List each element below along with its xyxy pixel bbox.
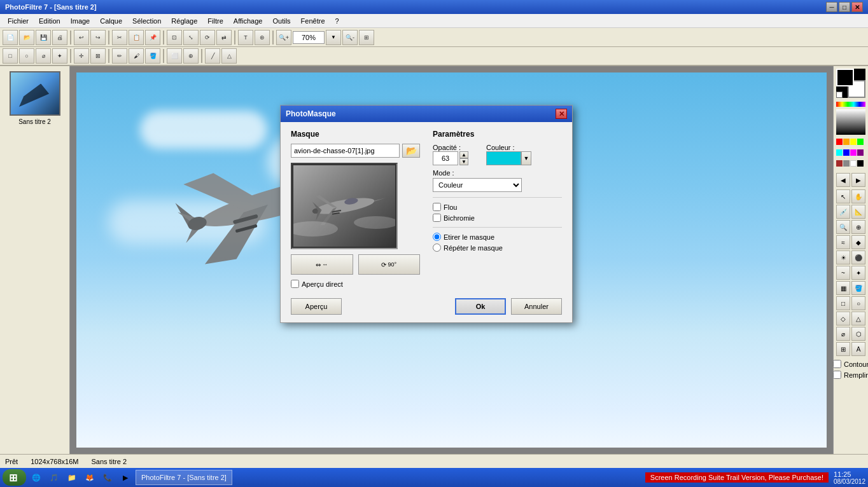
menu-fenetre[interactable]: Fenêtre (296, 16, 330, 26)
bichromie-checkbox-label[interactable]: Bichromie (433, 214, 562, 222)
opacity-up[interactable]: ▲ (459, 151, 468, 158)
triangle-tool[interactable]: △ (851, 312, 865, 326)
open-button[interactable]: 📂 (19, 30, 34, 45)
eyedropper-tool[interactable]: 💉 (836, 205, 850, 219)
zoom-out-button[interactable]: 🔍- (342, 30, 358, 45)
menu-fichier[interactable]: Fichier (3, 16, 34, 26)
close-button[interactable]: ✕ (851, 2, 863, 12)
rect-tool[interactable]: □ (836, 296, 850, 310)
mode-select[interactable]: Couleur Niveaux de gris Luminosité (433, 178, 522, 192)
skype-icon[interactable]: 📞 (100, 470, 115, 485)
copy-button[interactable]: 📋 (129, 30, 144, 45)
rotate-button[interactable]: ⟳ (200, 30, 215, 45)
undo-button[interactable]: ↩ (74, 30, 89, 45)
flip-btn[interactable]: ⇔ ↔ (291, 254, 353, 275)
reset-colors[interactable] (836, 92, 843, 98)
paint-tool[interactable]: 🪣 (851, 281, 865, 295)
transform-button[interactable]: ⊠ (90, 48, 106, 64)
burn-tool[interactable]: ⚫ (851, 250, 865, 264)
contour-checkbox[interactable] (833, 360, 841, 368)
bichromie-checkbox[interactable] (433, 214, 441, 222)
ellipse-tool[interactable]: ○ (851, 296, 865, 310)
folder-icon[interactable]: 📁 (64, 470, 80, 485)
lasso-tool[interactable]: ⌀ (836, 327, 850, 341)
color-palette-strip[interactable] (836, 102, 865, 107)
menu-affichage[interactable]: Affichage (228, 16, 268, 26)
menu-outils[interactable]: Outils (267, 16, 295, 26)
fit-button[interactable]: ⊞ (359, 30, 374, 45)
cancel-button[interactable]: Annuler (511, 298, 562, 315)
repeter-radio-label[interactable]: Répéter le masque (433, 244, 562, 252)
menu-filtre[interactable]: Filtre (202, 16, 228, 26)
apercu-direct-checkbox[interactable] (291, 280, 299, 288)
save-button[interactable]: 💾 (36, 30, 51, 45)
flou-checkbox[interactable] (433, 203, 441, 211)
redo-button[interactable]: ↪ (90, 30, 106, 45)
browse-button[interactable]: 📂 (402, 144, 420, 158)
hand-tool[interactable]: ✋ (851, 189, 865, 203)
color-arrow-btn[interactable]: ▼ (521, 151, 531, 165)
heal-tool[interactable]: ✦ (851, 266, 865, 280)
text-button[interactable]: T (238, 30, 253, 45)
ok-button[interactable]: Ok (455, 298, 506, 315)
flip-button[interactable]: ⇄ (216, 30, 232, 45)
sharpen-tool[interactable]: ◆ (851, 235, 865, 249)
pencil-button[interactable]: ✏ (112, 48, 127, 64)
filter-button[interactable]: ⊛ (255, 30, 270, 45)
measure-tool[interactable]: 📐 (851, 205, 865, 219)
dialog-close-button[interactable]: ✕ (556, 109, 567, 119)
file-input[interactable] (291, 144, 400, 158)
color-right-btn[interactable]: ▶ (851, 173, 865, 187)
brush-button[interactable]: 🖌 (129, 48, 144, 64)
menu-edition[interactable]: Edition (34, 16, 66, 26)
eraser-button[interactable]: ⬜ (167, 48, 182, 64)
zoom-tool[interactable]: 🔍 (836, 220, 850, 234)
color-swatches[interactable] (836, 139, 865, 170)
shape-button[interactable]: △ (221, 48, 237, 64)
repeter-radio[interactable] (433, 244, 441, 252)
gradient-tool[interactable]: ▦ (836, 281, 850, 295)
opacity-input[interactable] (433, 151, 458, 165)
menu-help[interactable]: ? (330, 16, 344, 26)
ie-icon[interactable]: 🌐 (29, 470, 44, 485)
minimize-button[interactable]: ─ (826, 2, 837, 12)
color-picker-btn[interactable] (486, 151, 521, 165)
remplir-checkbox[interactable] (833, 371, 841, 379)
media-icon[interactable]: 🎵 (46, 470, 62, 485)
sel-ellipse-button[interactable]: ○ (19, 48, 34, 64)
zoom-dropdown[interactable]: ▼ (326, 30, 341, 45)
table-tool[interactable]: ⊞ (836, 342, 850, 356)
text-tool[interactable]: A (851, 342, 865, 356)
menu-reglage[interactable]: Réglage (166, 16, 202, 26)
color-palette-bw[interactable] (836, 109, 865, 135)
fill-button[interactable]: 🪣 (145, 48, 160, 64)
smudge-tool[interactable]: ~ (836, 266, 850, 280)
diamond-tool[interactable]: ◇ (836, 312, 850, 326)
poly-tool[interactable]: ⬡ (851, 327, 865, 341)
flou-checkbox-label[interactable]: Flou (433, 203, 562, 211)
etirer-radio-label[interactable]: Etirer le masque (433, 233, 562, 241)
stamp-button[interactable]: ⊕ (183, 48, 199, 64)
crop-button[interactable]: ⊡ (167, 30, 182, 45)
foreground-color[interactable] (836, 69, 854, 86)
remplir-checkbox-label[interactable]: Remplir (833, 371, 868, 379)
cut-button[interactable]: ✂ (112, 30, 127, 45)
media2-icon[interactable]: ▶ (118, 470, 133, 485)
color-left-btn[interactable]: ◀ (836, 173, 850, 187)
move-button[interactable]: ✛ (74, 48, 89, 64)
new-button[interactable]: 📄 (3, 30, 18, 45)
apercu-button[interactable]: Aperçu (291, 298, 342, 315)
zoom-input[interactable] (293, 31, 325, 44)
start-button[interactable]: ⊞ (3, 469, 26, 486)
resize-button[interactable]: ⤡ (183, 30, 199, 45)
menu-image[interactable]: Image (66, 16, 95, 26)
sel-magic-button[interactable]: ✦ (52, 48, 67, 64)
photofiltre-taskbar-btn[interactable]: PhotoFiltre 7 - [Sans titre 2] (136, 470, 232, 485)
menu-calque[interactable]: Calque (95, 16, 127, 26)
etirer-radio[interactable] (433, 233, 441, 241)
firefox-icon[interactable]: 🦊 (82, 470, 97, 485)
sel-rect-button[interactable]: □ (3, 48, 18, 64)
paste-button[interactable]: 📌 (145, 30, 160, 45)
move-tool[interactable]: ⊕ (851, 220, 865, 234)
apercu-direct-label[interactable]: Aperçu direct (291, 280, 343, 288)
